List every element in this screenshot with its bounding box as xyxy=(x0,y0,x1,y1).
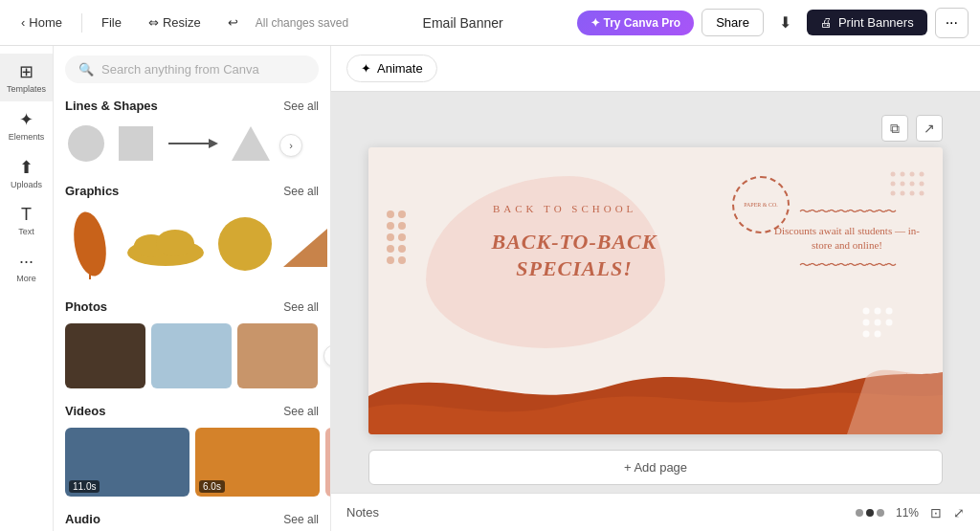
svg-point-25 xyxy=(398,210,406,218)
share-button[interactable]: Share xyxy=(702,9,764,36)
leaf-graphic[interactable] xyxy=(65,208,115,284)
main-area: ⊞ Templates ✦ Elements ⬆ Uploads T Text … xyxy=(0,46,980,531)
section-header-graphics: Graphics See all xyxy=(65,184,319,198)
zoom-dot-2 xyxy=(866,509,874,517)
svg-point-34 xyxy=(863,308,870,315)
canvas-frame[interactable]: BACK TO SCHOOL BACK-TO-BACK SPECIALS! PA… xyxy=(368,147,943,434)
text-icon: T xyxy=(21,205,32,225)
section-header-videos: Videos See all xyxy=(65,404,319,418)
document-title: Email Banner xyxy=(423,15,503,31)
wavy-line-bottom: 〜〜〜〜〜〜〜〜〜〜 xyxy=(770,257,924,274)
text-label: Text xyxy=(18,227,34,236)
svg-marker-4 xyxy=(232,126,270,161)
line-arrow-shape[interactable] xyxy=(165,122,222,168)
canvas-copy-button[interactable]: ⧉ xyxy=(881,115,908,142)
fullscreen-button[interactable]: ⤢ xyxy=(953,505,965,520)
print-button[interactable]: 🖨 Print Banners xyxy=(807,10,927,35)
canva-pro-label: ✦ Try Canva Pro xyxy=(590,16,680,30)
templates-icon: ⊞ xyxy=(19,61,33,82)
saved-status: All changes saved xyxy=(256,16,348,30)
svg-point-29 xyxy=(398,233,406,241)
search-box: 🔍 xyxy=(65,55,319,83)
circle-shape[interactable] xyxy=(65,122,107,168)
sidebar-item-more[interactable]: ··· More xyxy=(0,244,53,291)
svg-point-15 xyxy=(920,172,924,177)
circle-graphic[interactable] xyxy=(216,215,274,277)
svg-point-35 xyxy=(875,308,881,315)
uploads-label: Uploads xyxy=(11,180,42,189)
photos-see-all[interactable]: See all xyxy=(283,300,319,314)
square-shape[interactable] xyxy=(115,122,157,168)
cloud-graphic[interactable] xyxy=(122,219,209,273)
photos-section: Photos See all › xyxy=(54,294,330,398)
svg-point-28 xyxy=(387,233,394,241)
sidebar-item-templates[interactable]: ⊞ Templates xyxy=(0,54,53,101)
zoom-dot-1 xyxy=(856,509,863,517)
search-icon: 🔍 xyxy=(78,62,94,77)
resize-icon: ⇔ xyxy=(148,15,159,30)
svg-point-12 xyxy=(891,172,896,177)
svg-point-20 xyxy=(891,191,896,196)
svg-point-17 xyxy=(901,182,905,187)
svg-marker-11 xyxy=(283,229,327,267)
photo-item-2[interactable] xyxy=(151,323,232,388)
triangle-shape[interactable] xyxy=(230,122,272,168)
shapes-grid: › xyxy=(65,122,319,168)
svg-point-23 xyxy=(920,191,924,196)
photo-item-3[interactable] xyxy=(237,323,318,388)
headline-text: BACK-TO-BACK SPECIALS! xyxy=(459,229,689,281)
svg-point-36 xyxy=(886,308,893,315)
canva-pro-button[interactable]: ✦ Try Canva Pro xyxy=(577,11,694,35)
svg-point-31 xyxy=(398,245,406,253)
undo-button[interactable]: ↩ xyxy=(218,10,248,35)
svg-point-14 xyxy=(910,172,915,177)
file-button[interactable]: File xyxy=(92,10,131,35)
svg-point-13 xyxy=(901,172,905,177)
more-icon: ··· xyxy=(19,252,33,272)
print-label: Print Banners xyxy=(838,15,914,30)
home-button[interactable]: ‹ Home xyxy=(11,10,72,35)
download-button[interactable]: ⬇ xyxy=(771,8,799,37)
photos-next-button[interactable]: › xyxy=(323,344,331,367)
video-duration-2: 6.0s xyxy=(199,480,225,493)
fit-view-button[interactable]: ⊡ xyxy=(930,505,942,520)
audio-see-all[interactable]: See all xyxy=(283,513,319,526)
video-item-1[interactable]: 11.0s xyxy=(65,428,189,497)
photo-item-1[interactable] xyxy=(65,323,145,388)
undo-icon: ↩ xyxy=(228,15,238,30)
sidebar-item-elements[interactable]: ✦ Elements xyxy=(0,101,53,149)
graphics-see-all[interactable]: See all xyxy=(283,185,319,198)
wedge-graphic[interactable] xyxy=(281,219,329,273)
zoom-dot-3 xyxy=(877,509,884,517)
canvas-top-icons: ⧉ ↗ xyxy=(368,115,943,142)
sidebar-icons: ⊞ Templates ✦ Elements ⬆ Uploads T Text … xyxy=(0,46,54,531)
elements-icon: ✦ xyxy=(19,109,33,130)
canvas-share-button[interactable]: ↗ xyxy=(916,115,943,142)
sidebar-item-uploads[interactable]: ⬆ Uploads xyxy=(0,149,53,197)
svg-point-22 xyxy=(910,191,915,196)
canvas-area: ✦ Animate ⧉ ↗ xyxy=(331,46,980,531)
wavy-line-top: 〜〜〜〜〜〜〜〜〜〜 xyxy=(770,204,924,220)
section-header-audio: Audio See all xyxy=(65,512,319,526)
shapes-next-button[interactable]: › xyxy=(279,134,302,157)
sidebar-item-text[interactable]: T Text xyxy=(0,197,53,244)
search-input[interactable] xyxy=(101,62,305,77)
shapes-see-all[interactable]: See all xyxy=(283,100,319,113)
resize-button[interactable]: ⇔ Resize xyxy=(139,10,211,35)
svg-point-18 xyxy=(910,182,915,187)
graphics-title: Graphics xyxy=(65,184,119,198)
templates-label: Templates xyxy=(7,84,46,94)
video-item-2[interactable]: 6.0s xyxy=(195,428,320,497)
animate-button[interactable]: ✦ Animate xyxy=(346,55,437,82)
chevron-left-icon: ‹ xyxy=(21,15,25,30)
photos-grid: › xyxy=(65,323,319,388)
graphics-grid: › xyxy=(65,208,319,284)
more-options-button[interactable]: ··· xyxy=(935,8,969,38)
video-duration-1: 11.0s xyxy=(69,480,100,493)
home-label: Home xyxy=(29,15,62,30)
videos-see-all[interactable]: See all xyxy=(283,405,319,418)
add-page-button[interactable]: + Add page xyxy=(368,450,943,485)
topbar-right: ✦ Try Canva Pro Share ⬇ 🖨 Print Banners … xyxy=(577,8,969,38)
shapes-title: Lines & Shapes xyxy=(65,99,158,113)
lines-shapes-section: Lines & Shapes See all xyxy=(54,93,330,178)
